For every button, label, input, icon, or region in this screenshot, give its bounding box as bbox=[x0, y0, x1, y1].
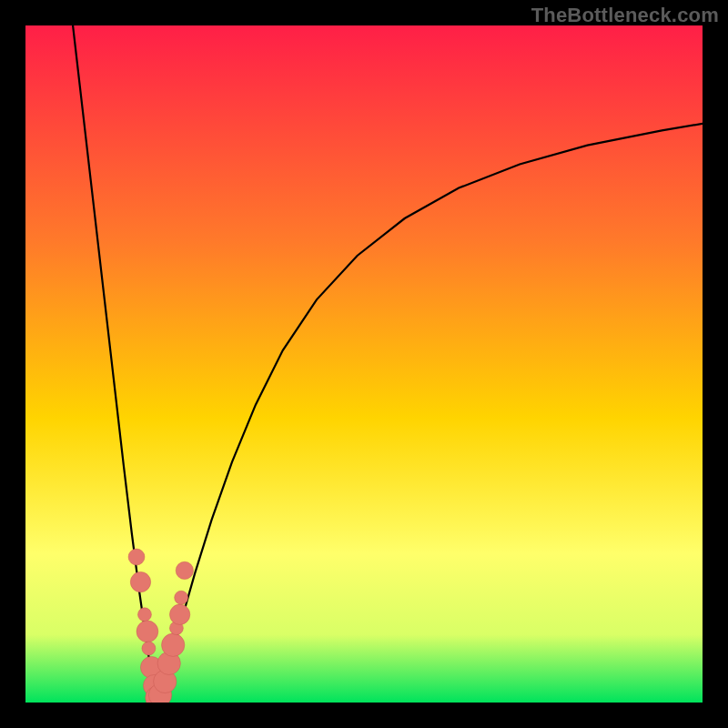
data-marker bbox=[142, 642, 156, 655]
bottleneck-chart bbox=[25, 25, 703, 703]
data-marker bbox=[128, 549, 145, 565]
plot-area bbox=[25, 25, 703, 703]
data-marker bbox=[138, 608, 152, 622]
gradient-background bbox=[25, 25, 703, 703]
data-marker bbox=[162, 633, 185, 656]
watermark-label: TheBottleneck.com bbox=[531, 4, 719, 27]
chart-frame: TheBottleneck.com bbox=[0, 0, 728, 728]
data-marker bbox=[176, 561, 193, 579]
data-marker bbox=[169, 604, 189, 624]
data-marker bbox=[175, 591, 188, 604]
data-marker bbox=[130, 571, 150, 592]
data-marker bbox=[136, 621, 158, 642]
